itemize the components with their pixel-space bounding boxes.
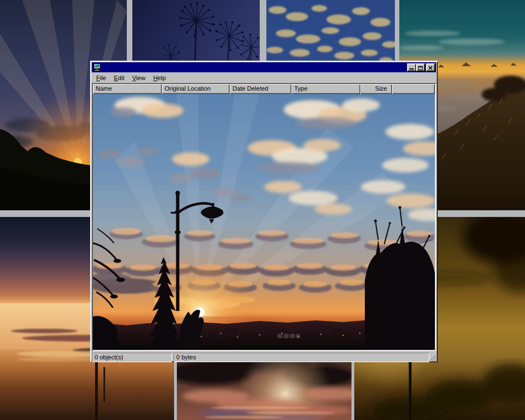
photo-watermark: [278, 334, 300, 338]
computer-icon: [93, 63, 102, 71]
menu-bar: File Edit View Help: [92, 72, 436, 83]
maximize-button[interactable]: [416, 63, 425, 71]
column-header-date-deleted[interactable]: Date Deleted: [230, 84, 291, 94]
menu-file[interactable]: File: [92, 73, 110, 82]
status-object-count: 0 object(s): [92, 353, 172, 362]
column-header-name[interactable]: Name: [93, 84, 162, 94]
menu-view[interactable]: View: [128, 73, 150, 82]
close-icon: [428, 66, 433, 70]
column-header-filler: [392, 84, 435, 94]
window-controls: [407, 63, 435, 71]
status-size: 0 bytes: [174, 353, 429, 362]
list-body-sunset-photo[interactable]: [93, 94, 435, 350]
maximize-icon: [418, 66, 423, 70]
resize-grip[interactable]: [429, 354, 436, 362]
column-header-size[interactable]: Size: [360, 84, 392, 94]
recycle-bin-window: File Edit View Help Name Original Locati…: [90, 61, 438, 362]
desktop: { "wallpaper": { "gap_color": "#b4b7ba",…: [0, 0, 525, 420]
status-bar: 0 object(s) 0 bytes: [92, 351, 436, 362]
menu-edit[interactable]: Edit: [110, 73, 128, 82]
column-header-original-location[interactable]: Original Location: [162, 84, 230, 94]
close-button[interactable]: [426, 63, 435, 71]
menu-help[interactable]: Help: [149, 73, 170, 82]
minimize-button[interactable]: [407, 63, 416, 71]
minimize-icon: [409, 68, 414, 70]
column-header-row: Name Original Location Date Deleted Type…: [93, 84, 435, 94]
file-list-view: Name Original Location Date Deleted Type…: [92, 83, 436, 351]
title-bar[interactable]: [92, 62, 436, 72]
column-header-type[interactable]: Type: [291, 84, 360, 94]
